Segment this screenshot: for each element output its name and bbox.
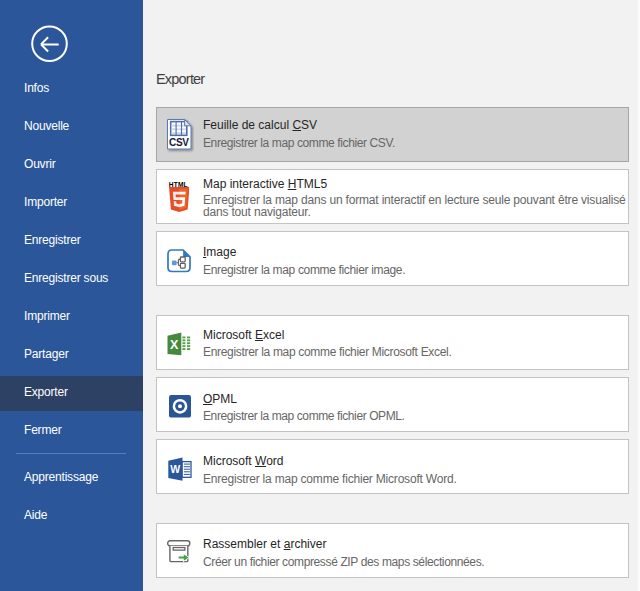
svg-text:CSV: CSV	[169, 137, 189, 148]
svg-text:X: X	[170, 338, 179, 352]
svg-text:W: W	[170, 463, 180, 475]
